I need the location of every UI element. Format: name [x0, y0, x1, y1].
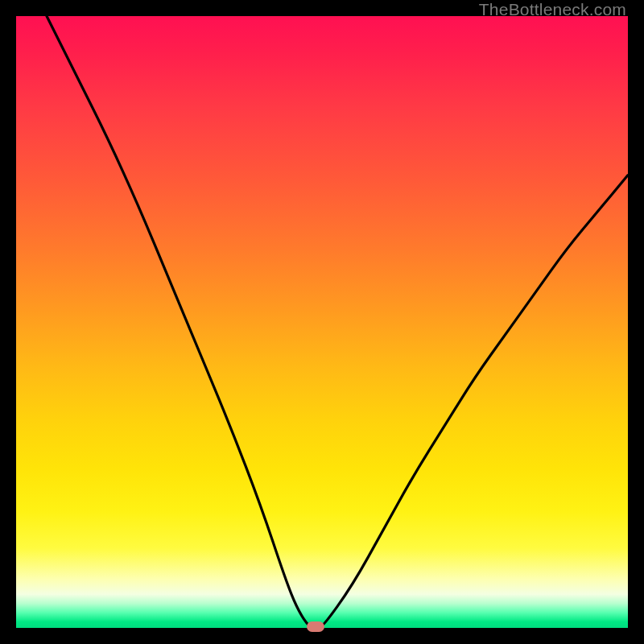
watermark-text: TheBottleneck.com	[479, 0, 626, 19]
optimum-marker	[307, 621, 324, 632]
chart-frame: TheBottleneck.com	[0, 0, 644, 644]
bottleneck-curve	[16, 16, 628, 628]
